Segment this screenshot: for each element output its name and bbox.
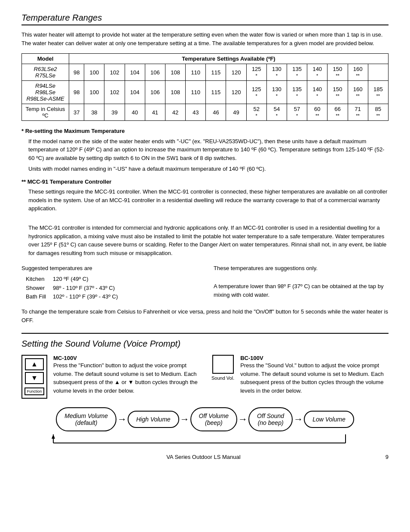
model-celsius: Temp in Celsius ºC — [22, 104, 69, 121]
arrow-2: → — [180, 414, 190, 425]
mc-down-button[interactable]: ▼ — [25, 372, 44, 384]
note1-marker: * — [21, 128, 25, 134]
note1-text1: If the model name on the side of the wat… — [28, 137, 389, 163]
mc-info: MC-100V Press the "Function" button to a… — [53, 355, 199, 395]
mc-function-button[interactable]: Function — [24, 387, 45, 395]
note1-text2: Units with model names ending in "-US" h… — [28, 165, 389, 173]
bc-button-label: Sound Vol. — [211, 375, 234, 381]
intro-paragraph: This water heater will attempt to provid… — [21, 31, 389, 47]
note2-title: ** MCC-91 Temperature Controller — [21, 178, 389, 186]
suggested-note2: A temperature lower than 98º F (37º C) c… — [214, 282, 389, 300]
note-mcc91: ** MCC-91 Temperature Controller These s… — [21, 178, 389, 258]
bc-device: Sound Vol. — [211, 355, 234, 381]
vol-node-off-volume: Off Volume(beep) — [190, 407, 238, 431]
temperature-table: Model Temperature Settings Available (ºF… — [21, 53, 389, 121]
table-row: R63LSe2R75LSe 98 100 102 104 106 108 110… — [22, 64, 389, 81]
vol-node-low: Low Volume — [304, 411, 354, 428]
model-r94: R94LSeR98LSeR98LSe-ASME — [22, 81, 69, 104]
shower-value: 98º - 110º F (37º - 43º C) — [53, 284, 115, 293]
mc-label: MC-100V — [53, 355, 77, 361]
bathfill-label: Bath Fill — [26, 292, 49, 301]
vol-node-off-sound: Off Sound(no beep) — [248, 407, 293, 431]
volume-flow-row: Medium Volume(default) → High Volume → O… — [21, 407, 389, 431]
kitchen-label: Kitchen — [26, 275, 49, 284]
mc-description: Press the "Function" button to adjust th… — [53, 361, 199, 395]
suggested-note1: These temperatures are suggestions only. — [214, 264, 389, 273]
arrow-1: → — [117, 414, 127, 425]
kitchen-value: 120 ºF (49º C) — [53, 275, 88, 284]
bc-sound-vol-button[interactable] — [212, 355, 234, 374]
suggested-temperatures: Suggested temperatures are Kitchen 120 º… — [21, 264, 389, 301]
scale-change-note: To change the temperature scale from Cel… — [21, 308, 389, 324]
list-item: Shower 98º - 110º F (37º - 43º C) — [26, 284, 196, 293]
bc-info: BC-100V Press the "Sound Vol." button to… — [240, 355, 389, 395]
back-arrow-row — [49, 432, 361, 445]
model-r63: R63LSe2R75LSe — [22, 64, 69, 81]
suggested-right-col: These temperatures are suggestions only.… — [214, 264, 389, 301]
footer-center: VA Series Outdoor LS Manual — [166, 454, 240, 460]
section-divider — [21, 333, 389, 334]
note2-marker: ** — [21, 178, 28, 185]
table-settings-header: Temperature Settings Available (ºF) — [69, 54, 389, 64]
temperature-ranges-title: Temperature Ranges — [21, 13, 389, 25]
mc-controller: ▲ ▼ Function MC-100V Press the "Function… — [21, 355, 199, 399]
back-arrow-svg — [49, 432, 350, 445]
bathfill-value: 102º - 110º F (39º - 43º C) — [53, 292, 118, 301]
controllers-row: ▲ ▼ Function MC-100V Press the "Function… — [21, 355, 389, 399]
note-max-temp: * Re-setting the Maximum Temperature If … — [21, 127, 389, 173]
vol-node-high: High Volume — [128, 411, 179, 428]
suggested-label: Suggested temperatures are — [21, 264, 196, 273]
shower-label: Shower — [26, 284, 49, 293]
table-row: R94LSeR98LSeR98LSe-ASME 98 100 102 104 1… — [22, 81, 389, 104]
volume-flow-diagram: Medium Volume(default) → High Volume → O… — [21, 407, 389, 445]
svg-marker-3 — [52, 434, 55, 439]
arrow-3: → — [238, 414, 248, 425]
mc-device: ▲ ▼ Function — [21, 355, 47, 399]
mc-up-button[interactable]: ▲ — [25, 358, 44, 370]
bc-label: BC-100V — [240, 355, 263, 361]
vol-node-medium: Medium Volume(default) — [56, 407, 116, 431]
suggested-left-col: Suggested temperatures are Kitchen 120 º… — [21, 264, 196, 301]
list-item: Kitchen 120 ºF (49º C) — [26, 275, 196, 284]
table-row: Temp in Celsius ºC 37 38 39 40 41 42 43 … — [22, 104, 389, 121]
sound-section-title: Setting the Sound Volume (Voice Prompt) — [21, 339, 389, 349]
bc-controller: Sound Vol. BC-100V Press the "Sound Vol.… — [211, 355, 389, 395]
table-col-model: Model — [22, 54, 69, 64]
list-item: Bath Fill 102º - 110º F (39º - 43º C) — [26, 292, 196, 301]
bc-description: Press the "Sound Vol." button to adjust … — [240, 361, 389, 395]
temp-list: Kitchen 120 ºF (49º C) Shower 98º - 110º… — [26, 275, 196, 301]
page-number: 9 — [386, 454, 389, 460]
note2-text2: The MCC-91 controller is intended for co… — [28, 224, 389, 257]
note1-title: * Re-setting the Maximum Temperature — [21, 127, 389, 135]
note2-text1: These settings require the MCC-91 contro… — [28, 188, 389, 213]
page-footer: VA Series Outdoor LS Manual 9 — [21, 454, 389, 460]
arrow-4: → — [294, 414, 303, 425]
